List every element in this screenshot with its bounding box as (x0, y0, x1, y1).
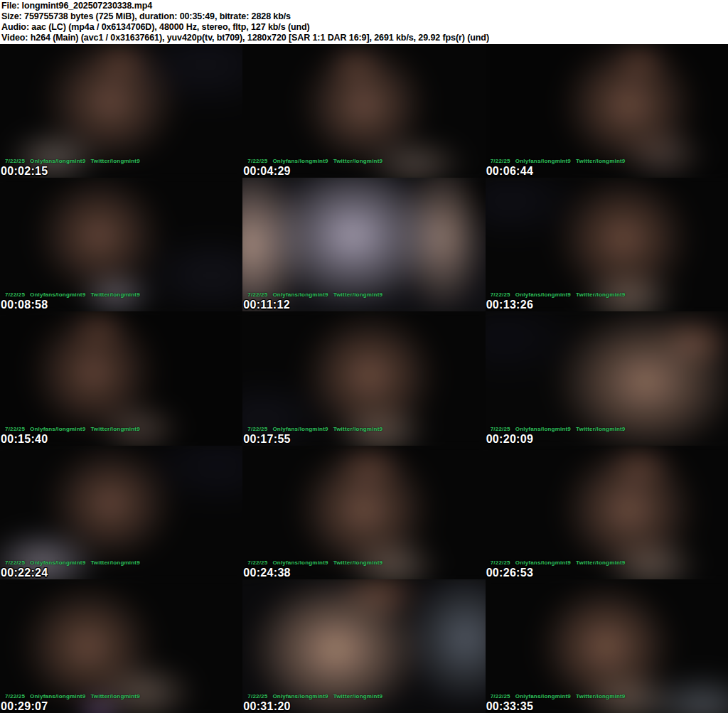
watermark-date: 7/22/25 (247, 693, 267, 699)
watermark-date: 7/22/25 (5, 158, 25, 164)
watermark: 7/22/25Onlyfans/longmint9Twitter/longmin… (5, 291, 145, 298)
watermark-onlyfans: Onlyfans/longmint9 (272, 291, 328, 298)
watermark-onlyfans: Onlyfans/longmint9 (272, 158, 328, 164)
timestamp-overlay: 00:24:38 (243, 566, 290, 579)
watermark-date: 7/22/25 (247, 291, 267, 298)
watermark: 7/22/25Onlyfans/longmint9Twitter/longmin… (247, 559, 387, 566)
watermark-date: 7/22/25 (5, 559, 25, 566)
watermark: 7/22/25Onlyfans/longmint9Twitter/longmin… (5, 693, 145, 699)
thumbnail-frame-2: 7/22/25Onlyfans/longmint9Twitter/longmin… (242, 44, 485, 178)
timestamp-overlay: 00:29:07 (1, 699, 48, 713)
thumbnail-frame-15: 7/22/25Onlyfans/longmint9Twitter/longmin… (486, 579, 728, 713)
watermark-date: 7/22/25 (491, 158, 510, 164)
watermark-twitter: Twitter/longmint9 (90, 693, 139, 699)
thumbnail-frame-12: 7/22/25Onlyfans/longmint9Twitter/longmin… (486, 446, 728, 579)
timestamp-overlay: 00:22:24 (1, 566, 48, 579)
watermark-onlyfans: Onlyfans/longmint9 (30, 426, 85, 432)
watermark: 7/22/25Onlyfans/longmint9Twitter/longmin… (491, 291, 631, 298)
watermark-date: 7/22/25 (491, 693, 510, 699)
video-info-line: Video: h264 (Main) (avc1 / 0x31637661), … (1, 33, 727, 43)
watermark-onlyfans: Onlyfans/longmint9 (272, 559, 328, 566)
file-name-line: File: longmint96_202507230338.mp4 (1, 1, 727, 11)
thumbnail-frame-8: 7/22/25Onlyfans/longmint9Twitter/longmin… (242, 311, 485, 445)
thumbnail-frame-4: 7/22/25Onlyfans/longmint9Twitter/longmin… (0, 178, 242, 311)
audio-info-line: Audio: aac (LC) (mp4a / 0x6134706D), 480… (1, 22, 727, 33)
watermark-date: 7/22/25 (491, 291, 510, 298)
watermark: 7/22/25Onlyfans/longmint9Twitter/longmin… (247, 291, 387, 298)
file-info-header: File: longmint96_202507230338.mp4 Size: … (0, 0, 728, 44)
thumbnail-frame-6: 7/22/25Onlyfans/longmint9Twitter/longmin… (486, 178, 728, 311)
timestamp-overlay: 00:11:12 (243, 298, 290, 311)
watermark-onlyfans: Onlyfans/longmint9 (515, 426, 571, 432)
watermark: 7/22/25Onlyfans/longmint9Twitter/longmin… (491, 158, 631, 164)
timestamp-overlay: 00:20:09 (486, 432, 533, 446)
thumbnail-grid: 7/22/25Onlyfans/longmint9Twitter/longmin… (0, 44, 728, 713)
thumbnail-frame-7: 7/22/25Onlyfans/longmint9Twitter/longmin… (0, 311, 242, 445)
thumbnail-frame-13: 7/22/25Onlyfans/longmint9Twitter/longmin… (0, 579, 242, 713)
timestamp-overlay: 00:31:20 (243, 699, 290, 713)
timestamp-overlay: 00:13:26 (486, 298, 533, 311)
watermark: 7/22/25Onlyfans/longmint9Twitter/longmin… (5, 158, 145, 164)
thumbnail-frame-5: 7/22/25Onlyfans/longmint9Twitter/longmin… (242, 178, 485, 311)
thumbnail-frame-3: 7/22/25Onlyfans/longmint9Twitter/longmin… (486, 44, 728, 178)
watermark-twitter: Twitter/longmint9 (576, 426, 625, 432)
watermark-onlyfans: Onlyfans/longmint9 (515, 693, 571, 699)
watermark-twitter: Twitter/longmint9 (333, 291, 382, 298)
watermark: 7/22/25Onlyfans/longmint9Twitter/longmin… (247, 693, 387, 699)
watermark-twitter: Twitter/longmint9 (90, 158, 139, 164)
watermark-twitter: Twitter/longmint9 (576, 158, 625, 164)
timestamp-overlay: 00:17:55 (243, 432, 290, 446)
thumbnail-frame-14: 7/22/25Onlyfans/longmint9Twitter/longmin… (242, 579, 485, 713)
thumbnail-frame-1: 7/22/25Onlyfans/longmint9Twitter/longmin… (0, 44, 242, 178)
watermark: 7/22/25Onlyfans/longmint9Twitter/longmin… (491, 426, 631, 432)
timestamp-overlay: 00:15:40 (1, 432, 48, 446)
watermark: 7/22/25Onlyfans/longmint9Twitter/longmin… (5, 559, 145, 566)
watermark: 7/22/25Onlyfans/longmint9Twitter/longmin… (491, 559, 631, 566)
watermark-onlyfans: Onlyfans/longmint9 (30, 559, 85, 566)
watermark-onlyfans: Onlyfans/longmint9 (30, 158, 85, 164)
watermark-onlyfans: Onlyfans/longmint9 (515, 158, 571, 164)
watermark-onlyfans: Onlyfans/longmint9 (515, 291, 571, 298)
watermark-twitter: Twitter/longmint9 (90, 426, 139, 432)
timestamp-overlay: 00:04:29 (243, 164, 290, 178)
watermark-twitter: Twitter/longmint9 (333, 693, 382, 699)
watermark-twitter: Twitter/longmint9 (333, 158, 382, 164)
watermark-twitter: Twitter/longmint9 (90, 291, 139, 298)
watermark-twitter: Twitter/longmint9 (576, 693, 625, 699)
watermark-twitter: Twitter/longmint9 (576, 291, 625, 298)
watermark: 7/22/25Onlyfans/longmint9Twitter/longmin… (247, 158, 387, 164)
watermark-twitter: Twitter/longmint9 (576, 559, 625, 566)
watermark-twitter: Twitter/longmint9 (333, 426, 382, 432)
watermark-onlyfans: Onlyfans/longmint9 (272, 426, 328, 432)
file-size-line: Size: 759755738 bytes (725 MiB), duratio… (1, 11, 727, 22)
watermark-onlyfans: Onlyfans/longmint9 (30, 693, 85, 699)
watermark-twitter: Twitter/longmint9 (333, 559, 382, 566)
timestamp-overlay: 00:26:53 (486, 566, 533, 579)
timestamp-overlay: 00:02:15 (1, 164, 48, 178)
timestamp-overlay: 00:33:35 (486, 699, 533, 713)
thumbnail-frame-9: 7/22/25Onlyfans/longmint9Twitter/longmin… (486, 311, 728, 445)
watermark-onlyfans: Onlyfans/longmint9 (272, 693, 328, 699)
watermark-date: 7/22/25 (5, 693, 25, 699)
watermark-date: 7/22/25 (5, 426, 25, 432)
watermark-onlyfans: Onlyfans/longmint9 (515, 559, 571, 566)
watermark-date: 7/22/25 (491, 559, 510, 566)
timestamp-overlay: 00:06:44 (486, 164, 533, 178)
watermark-date: 7/22/25 (5, 291, 25, 298)
watermark-date: 7/22/25 (247, 426, 267, 432)
watermark-twitter: Twitter/longmint9 (90, 559, 139, 566)
watermark-onlyfans: Onlyfans/longmint9 (30, 291, 85, 298)
watermark-date: 7/22/25 (247, 158, 267, 164)
thumbnail-frame-11: 7/22/25Onlyfans/longmint9Twitter/longmin… (242, 446, 485, 579)
watermark: 7/22/25Onlyfans/longmint9Twitter/longmin… (5, 426, 145, 432)
watermark-date: 7/22/25 (247, 559, 267, 566)
timestamp-overlay: 00:08:58 (1, 298, 48, 311)
watermark: 7/22/25Onlyfans/longmint9Twitter/longmin… (491, 693, 631, 699)
thumbnail-frame-10: 7/22/25Onlyfans/longmint9Twitter/longmin… (0, 446, 242, 579)
watermark: 7/22/25Onlyfans/longmint9Twitter/longmin… (247, 426, 387, 432)
watermark-date: 7/22/25 (491, 426, 510, 432)
